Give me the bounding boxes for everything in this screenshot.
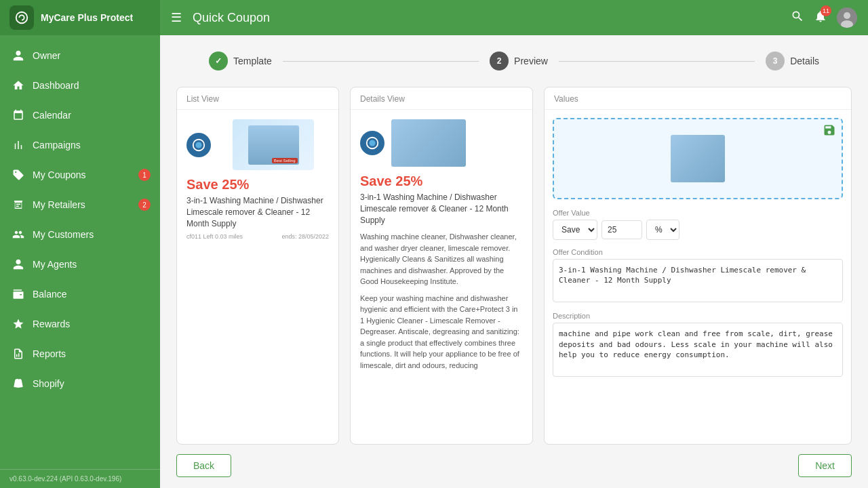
list-view-title: List View xyxy=(177,87,338,110)
people-icon xyxy=(12,228,24,241)
notification-badge: 11 xyxy=(821,5,831,16)
person-group-icon xyxy=(12,258,24,270)
step-line-1 xyxy=(283,61,479,62)
next-button[interactable]: Next xyxy=(798,454,852,477)
sidebar-item-shopify[interactable]: Shopify xyxy=(0,369,160,399)
avatar[interactable] xyxy=(837,7,857,28)
sidebar-item-shopify-label: Shopify xyxy=(33,378,64,389)
app-name: MyCare Plus Protect xyxy=(41,12,133,23)
sidebar-item-owner[interactable]: Owner xyxy=(0,41,160,70)
details-view-content: Save 25% 3-in-1 Washing Machine / Dishwa… xyxy=(351,110,532,444)
sidebar-item-my-retailers[interactable]: My Retailers 2 xyxy=(0,190,160,220)
person-icon xyxy=(12,49,24,62)
details-view-description-2: Keep your washing machine and dishwasher… xyxy=(360,293,523,371)
sidebar-item-balance-label: Balance xyxy=(33,289,67,300)
back-button[interactable]: Back xyxy=(176,454,231,477)
details-view-description-1: Washing machine cleaner, Dishwasher clea… xyxy=(360,231,523,287)
brand-logo-list xyxy=(186,133,211,157)
offer-condition-textarea[interactable]: 3-in-1 Washing Machine / Dishwasher Lime… xyxy=(553,259,843,302)
coupons-badge: 1 xyxy=(138,169,151,181)
topbar-actions: 11 xyxy=(791,7,857,28)
values-product-thumb xyxy=(671,135,725,182)
offer-value-label: Offer Value xyxy=(553,209,843,217)
sidebar: MyCare Plus Protect Owner Dashboard Cale… xyxy=(0,0,160,488)
sidebar-item-my-coupons-label: My Coupons xyxy=(33,169,86,180)
sidebar-item-balance[interactable]: Balance xyxy=(0,279,160,309)
cards-row: List View Best Selling xyxy=(176,87,852,445)
sidebar-footer: v0.63.0-dev.224 (API 0.63.0-dev.196) xyxy=(0,469,160,488)
sidebar-item-my-customers[interactable]: My Customers xyxy=(0,220,160,249)
offer-condition-label: Offer Condition xyxy=(553,248,843,256)
sidebar-item-reports[interactable]: Reports xyxy=(0,339,160,369)
bottom-bar: Back Next xyxy=(176,445,852,477)
step-details-circle: 3 xyxy=(766,52,785,70)
svg-point-0 xyxy=(16,12,28,24)
offer-type-select[interactable]: Save Get Buy xyxy=(553,220,597,240)
sidebar-item-rewards[interactable]: Rewards xyxy=(0,309,160,339)
step-details-label: Details xyxy=(790,56,819,66)
list-view-header: Best Selling xyxy=(186,119,329,170)
values-card: Values Offer Value Save Get xyxy=(544,87,852,445)
sidebar-item-campaigns[interactable]: Campaigns xyxy=(0,130,160,160)
list-view-footer-right: ends: 28/05/2022 xyxy=(281,233,329,240)
retailers-badge: 2 xyxy=(138,199,151,211)
sidebar-header: MyCare Plus Protect xyxy=(0,0,160,35)
offer-amount-input[interactable] xyxy=(601,220,642,239)
list-view-content: Best Selling Save 25% 3-in-1 Washing Mac… xyxy=(177,110,338,249)
offer-unit-select[interactable]: % £ $ xyxy=(646,220,679,240)
product-image-list: Best Selling xyxy=(218,119,329,170)
description-textarea[interactable]: machine and pipe work clean and free fro… xyxy=(553,323,843,377)
step-template: ✓ Template xyxy=(209,52,272,70)
sidebar-item-rewards-label: Rewards xyxy=(33,319,70,329)
sidebar-nav: Owner Dashboard Calendar Campaigns My Co… xyxy=(0,35,160,469)
calendar-icon xyxy=(12,109,24,121)
details-view-product-name: 3-in-1 Washing Machine / Dishwasher Lime… xyxy=(360,192,523,226)
step-preview-circle: 2 xyxy=(490,52,509,70)
sidebar-item-reports-label: Reports xyxy=(33,348,66,359)
sidebar-item-dashboard[interactable]: Dashboard xyxy=(0,70,160,100)
sidebar-item-my-agents[interactable]: My Agents xyxy=(0,249,160,279)
svg-point-7 xyxy=(369,140,375,146)
list-view-card: List View Best Selling xyxy=(176,87,339,445)
topbar: ☰ Quick Coupon 11 xyxy=(160,0,868,35)
svg-point-2 xyxy=(844,12,850,19)
step-template-label: Template xyxy=(233,56,272,66)
upload-icon[interactable] xyxy=(823,123,836,140)
search-icon[interactable] xyxy=(791,9,804,26)
bar-chart-icon xyxy=(12,139,24,151)
home-icon xyxy=(12,79,24,92)
sidebar-item-my-agents-label: My Agents xyxy=(33,259,77,270)
shopify-icon xyxy=(12,378,24,390)
notification-icon[interactable]: 11 xyxy=(814,9,827,26)
list-view-footer: cf011 Left 0.03 miles ends: 28/05/2022 xyxy=(186,233,329,240)
details-view-title: Details View xyxy=(351,87,532,110)
offer-value-row: Save Get Buy % £ $ xyxy=(553,220,843,240)
main-area: ☰ Quick Coupon 11 ✓ Template 2 xyxy=(160,0,868,488)
page-title: Quick Coupon xyxy=(193,11,784,25)
version-text: v0.63.0-dev.224 (API 0.63.0-dev.196) xyxy=(9,475,121,483)
sidebar-item-dashboard-label: Dashboard xyxy=(33,80,79,91)
list-view-footer-left: cf011 Left 0.03 miles xyxy=(186,233,243,240)
sidebar-item-my-retailers-label: My Retailers xyxy=(33,199,85,210)
values-title: Values xyxy=(545,87,851,110)
store-icon xyxy=(12,199,24,211)
list-view-offer: Save 25% xyxy=(186,177,329,192)
sidebar-item-calendar[interactable]: Calendar xyxy=(0,100,160,130)
product-image-detail xyxy=(391,119,466,167)
sidebar-item-calendar-label: Calendar xyxy=(33,110,71,121)
content-area: ✓ Template 2 Preview 3 Details List View xyxy=(160,35,868,488)
step-preview: 2 Preview xyxy=(490,52,548,70)
sidebar-item-my-coupons[interactable]: My Coupons 1 xyxy=(0,160,160,190)
wallet-icon xyxy=(12,288,24,300)
tag-icon xyxy=(12,169,24,181)
sidebar-item-campaigns-label: Campaigns xyxy=(33,140,81,150)
step-line-2 xyxy=(559,61,755,62)
values-content: Offer Value Save Get Buy % £ $ xyxy=(545,110,851,444)
step-details: 3 Details xyxy=(766,52,819,70)
image-upload-area[interactable] xyxy=(553,118,843,199)
sidebar-item-owner-label: Owner xyxy=(33,50,60,61)
app-logo xyxy=(9,5,34,30)
brand-logo-detail xyxy=(360,131,384,155)
details-view-card: Details View Save 25% 3-in-1 Washing Mac… xyxy=(350,87,533,445)
menu-icon[interactable]: ☰ xyxy=(171,10,182,25)
